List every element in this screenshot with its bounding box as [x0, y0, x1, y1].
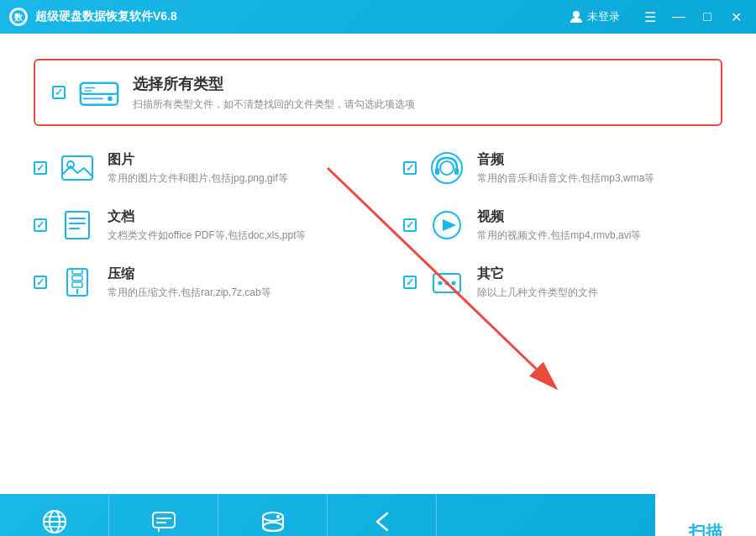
svg-rect-24 — [72, 276, 82, 281]
nav-clone[interactable]: 磁盘克隆 — [218, 494, 328, 536]
app-title: 超级硬盘数据恢复软件V6.8 — [35, 9, 569, 24]
audio-icon — [428, 150, 465, 187]
nav-website[interactable]: 访问官网 — [0, 494, 109, 536]
document-checkbox[interactable] — [34, 218, 47, 232]
image-description: 常用的图片文件和图片,包括jpg,png,gif等 — [108, 171, 288, 186]
document-icon — [59, 207, 96, 244]
svg-rect-38 — [153, 512, 175, 528]
file-type-other: 其它 除以上几种文件类型的文件 — [403, 264, 722, 301]
video-description: 常用的视频文件,包括mp4,rmvb,avi等 — [477, 229, 641, 243]
other-description: 除以上几种文件类型的文件 — [477, 286, 598, 300]
image-label: 图片 — [108, 151, 288, 169]
svg-point-28 — [438, 281, 443, 286]
other-checkbox[interactable] — [403, 276, 417, 289]
username: 未登录 — [587, 9, 620, 24]
image-text: 图片 常用的图片文件和图片,包括jpg,png,gif等 — [108, 151, 288, 186]
file-type-grid: 图片 常用的图片文件和图片,包括jpg,png,gif等 音频 常用的音乐和语音… — [34, 150, 722, 301]
file-type-video: 视频 常用的视频文件,包括mp4,rmvb,avi等 — [403, 207, 722, 244]
file-type-compressed: 压缩 常用的压缩文件,包括rar,zip,7z,cab等 — [34, 264, 353, 301]
svg-point-43 — [276, 515, 280, 518]
svg-point-30 — [452, 281, 456, 286]
svg-rect-14 — [435, 168, 439, 175]
bottom-bar: 访问官网 在线咨询 — [0, 494, 756, 536]
compressed-icon — [59, 264, 96, 301]
disk-clone-icon — [260, 508, 286, 535]
compressed-description: 常用的压缩文件,包括rar,zip,7z,cab等 — [108, 286, 271, 300]
svg-rect-16 — [66, 212, 89, 239]
select-all-box: 选择所有类型 扫描所有类型文件，如不清楚找回的文件类型，请勾选此项选项 — [34, 59, 722, 126]
svg-point-42 — [263, 523, 283, 531]
file-type-image: 图片 常用的图片文件和图片,包括jpg,png,gif等 — [34, 150, 353, 187]
file-type-document: 文档 文档类文件如office PDF等,包括doc,xls,ppt等 — [34, 207, 353, 244]
chat-icon — [150, 508, 177, 535]
svg-point-41 — [263, 512, 283, 521]
video-text: 视频 常用的视频文件,包括mp4,rmvb,avi等 — [477, 208, 641, 243]
window-controls: 未登录 ☰ — □ ✕ — [569, 5, 748, 29]
video-label: 视频 — [477, 208, 641, 226]
close-button[interactable]: ✕ — [724, 5, 748, 29]
scan-label: 扫描 — [689, 521, 722, 537]
document-description: 文档类文件如office PDF等,包括doc,xls,ppt等 — [108, 229, 307, 243]
scan-button[interactable]: 扫描 — [655, 494, 756, 536]
svg-text:数: 数 — [13, 13, 24, 22]
svg-rect-5 — [81, 83, 118, 94]
select-all-icon — [79, 72, 119, 113]
svg-rect-15 — [454, 168, 459, 175]
document-label: 文档 — [108, 208, 307, 226]
compressed-checkbox[interactable] — [34, 276, 47, 289]
other-label: 其它 — [477, 265, 598, 283]
image-checkbox[interactable] — [34, 161, 47, 175]
other-icon — [428, 264, 465, 301]
nav-consult[interactable]: 在线咨询 — [109, 494, 218, 536]
image-icon — [59, 150, 96, 187]
back-icon — [369, 508, 396, 535]
video-checkbox[interactable] — [403, 218, 417, 232]
svg-point-29 — [445, 281, 449, 286]
svg-rect-10 — [62, 156, 92, 180]
menu-button[interactable]: ☰ — [638, 5, 662, 29]
bottom-navigation: 访问官网 在线咨询 — [0, 494, 756, 536]
file-type-audio: 音频 常用的音乐和语音文件,包括mp3,wma等 — [403, 150, 722, 187]
title-bar: 数 超级硬盘数据恢复软件V6.8 未登录 ☰ — □ ✕ — [0, 0, 756, 34]
other-text: 其它 除以上几种文件类型的文件 — [477, 265, 598, 300]
maximize-button[interactable]: □ — [696, 5, 719, 29]
select-all-text: 选择所有类型 扫描所有类型文件，如不清楚找回的文件类型，请勾选此项选项 — [133, 74, 415, 112]
compressed-text: 压缩 常用的压缩文件,包括rar,zip,7z,cab等 — [108, 265, 271, 300]
select-all-checkbox[interactable] — [52, 86, 66, 99]
video-icon — [428, 207, 465, 244]
user-info[interactable]: 未登录 — [569, 9, 620, 24]
svg-marker-21 — [443, 219, 456, 231]
svg-point-13 — [440, 161, 454, 175]
svg-point-3 — [573, 11, 580, 18]
compressed-label: 压缩 — [108, 265, 271, 283]
select-all-description: 扫描所有类型文件，如不清楚找回的文件类型，请勾选此项选项 — [133, 97, 415, 112]
audio-description: 常用的音乐和语音文件,包括mp3,wma等 — [477, 171, 654, 186]
nav-back[interactable]: 返回 — [328, 494, 437, 536]
main-content: 选择所有类型 扫描所有类型文件，如不清楚找回的文件类型，请勾选此项选项 图片 常… — [0, 34, 756, 494]
select-all-label: 选择所有类型 — [133, 74, 415, 94]
svg-rect-25 — [72, 282, 82, 287]
document-text: 文档 文档类文件如office PDF等,包括doc,xls,ppt等 — [108, 208, 307, 243]
app-logo: 数 — [8, 7, 29, 27]
audio-label: 音频 — [477, 151, 654, 169]
svg-point-6 — [108, 97, 113, 102]
minimize-button[interactable]: — — [667, 5, 690, 29]
globe-icon — [41, 508, 68, 535]
audio-text: 音频 常用的音乐和语音文件,包括mp3,wma等 — [477, 151, 654, 186]
audio-checkbox[interactable] — [403, 161, 417, 175]
